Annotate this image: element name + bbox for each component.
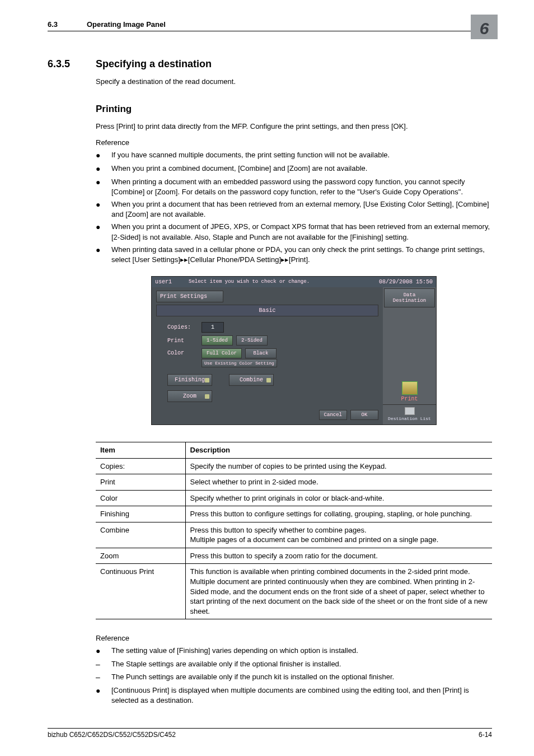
list-item-text: [Continuous Print] is displayed when mul… — [111, 685, 492, 706]
ss-data-destination-tab[interactable]: Data Destination — [384, 288, 435, 307]
ss-fullcolor-button[interactable]: Full Color — [202, 348, 242, 358]
list-item-text: The Staple settings are available only i… — [111, 659, 492, 670]
table-row: PrintSelect whether to print in 2-sided … — [96, 474, 492, 491]
ss-side-destination-list[interactable]: Destination List — [383, 404, 436, 424]
table-cell-desc: Specify whether to print originals in co… — [185, 490, 492, 506]
header-section-number: 6.3 — [48, 20, 87, 29]
table-row: Continuous PrintThis function is availab… — [96, 564, 492, 619]
table-cell-item: Color — [96, 490, 185, 506]
table-cell-item: Combine — [96, 522, 185, 548]
ss-copies-value[interactable]: 1 — [202, 322, 224, 333]
bullet-icon: ● — [96, 646, 111, 657]
bullet-text: When you print a document that has been … — [111, 199, 492, 220]
bullet-icon: ● — [96, 150, 111, 161]
ss-finishing-button[interactable]: Finishing — [167, 374, 212, 386]
chapter-badge: 6 — [471, 15, 498, 39]
bullet-icon: ● — [96, 245, 111, 265]
bullet-text: When you print a document of JPEG, XPS, … — [111, 222, 492, 242]
section-intro: Specify a destination of the read docume… — [96, 77, 492, 87]
ss-ok-button[interactable]: OK — [350, 410, 378, 420]
ss-destlist-label: Destination List — [384, 416, 435, 421]
page-footer: bizhub C652/C652DS/C552/C552DS/C452 6-14 — [48, 728, 492, 739]
settings-table: Item Description Copies:Specify the numb… — [96, 442, 492, 619]
table-row: ColorSpecify whether to print originals … — [96, 490, 492, 506]
list-item: ●[Continuous Print] is displayed when mu… — [96, 685, 492, 706]
table-row: Copies:Specify the number of copies to b… — [96, 458, 492, 474]
chapter-number: 6 — [480, 19, 489, 38]
print-icon — [402, 381, 418, 395]
bullet-icon: ● — [96, 199, 111, 220]
ss-black-button[interactable]: Black — [245, 348, 277, 358]
ss-user-label: user1 — [155, 279, 189, 285]
bullet-text: When you print a combined document, [Com… — [111, 164, 492, 175]
ss-datetime: 08/29/2008 15:50 — [379, 279, 433, 285]
table-cell-desc: This function is available when printing… — [185, 564, 492, 619]
ss-use-existing-button[interactable]: Use Existing Color Setting — [202, 359, 277, 367]
section-title: Specifying a destination — [96, 58, 212, 70]
table-cell-item: Print — [96, 474, 185, 491]
table-cell-item: Zoom — [96, 548, 185, 564]
bullet-text: When printing data saved in a cellular p… — [111, 245, 492, 265]
reference2-label: Reference — [96, 634, 492, 642]
ss-basic-bar: Basic — [156, 305, 378, 316]
table-head-desc: Description — [185, 442, 492, 459]
ss-2sided-button[interactable]: 2-Sided — [236, 335, 268, 346]
reference-label: Reference — [96, 138, 492, 147]
dash-icon: – — [96, 672, 111, 683]
printing-heading: Printing — [96, 104, 492, 115]
printing-bullets: ●If you have scanned multiple documents,… — [96, 150, 492, 265]
footer-model: bizhub C652/C652DS/C552/C552DS/C452 — [48, 731, 176, 739]
bullet-icon: ● — [96, 222, 111, 242]
table-cell-desc: Press this button to specify a zoom rati… — [185, 548, 492, 564]
bullet-text: When printing a document with an embedde… — [111, 177, 492, 197]
page-header: 6.3 Operating Image Panel 6 — [48, 20, 492, 31]
bullet-text: If you have scanned multiple documents, … — [111, 150, 492, 161]
table-cell-desc: Select whether to print in 2-sided mode. — [185, 474, 492, 491]
table-row: CombinePress this button to specify whet… — [96, 522, 492, 548]
table-head-item: Item — [96, 442, 185, 459]
table-cell-item: Continuous Print — [96, 564, 185, 619]
dash-icon: – — [96, 659, 111, 670]
printing-paragraph: Press [Print] to print data directly fro… — [96, 122, 492, 132]
ss-label-color: Color — [167, 348, 198, 356]
list-item: –The Punch settings are available only i… — [96, 672, 492, 683]
ss-label-copies: Copies: — [167, 324, 198, 330]
bullet-icon: ● — [96, 164, 111, 175]
ss-side-print[interactable]: Print — [383, 379, 436, 404]
ss-instruction: Select item you wish to check or change. — [189, 279, 379, 285]
table-row: ZoomPress this button to specify a zoom … — [96, 548, 492, 564]
section-number: 6.3.5 — [48, 58, 96, 70]
table-row: FinishingPress this button to configure … — [96, 506, 492, 522]
ss-cancel-button[interactable]: Cancel — [319, 410, 347, 420]
list-item-text: The Punch settings are available only if… — [111, 672, 492, 683]
header-section-title: Operating Image Panel — [87, 20, 166, 29]
table-cell-item: Finishing — [96, 506, 185, 522]
ss-tab-print-settings[interactable]: Print Settings — [156, 291, 223, 302]
list-item: ●The setting value of [Finishing] varies… — [96, 646, 492, 657]
list-item: –The Staple settings are available only … — [96, 659, 492, 670]
ss-combine-button[interactable]: Combine — [229, 374, 274, 386]
ss-zoom-button[interactable]: Zoom — [167, 390, 212, 402]
table-cell-item: Copies: — [96, 458, 185, 474]
bullet-icon: ● — [96, 177, 111, 197]
ss-label-print: Print — [167, 338, 198, 344]
list-item-text: The setting value of [Finishing] varies … — [111, 646, 492, 657]
ss-1sided-button[interactable]: 1-Sided — [202, 335, 233, 346]
footer-page-number: 6-14 — [479, 731, 492, 739]
section-heading: 6.3.5 Specifying a destination — [48, 58, 492, 70]
table-cell-desc: Press this button to specify whether to … — [185, 522, 492, 548]
table-cell-desc: Press this button to configure settings … — [185, 506, 492, 522]
device-screenshot: user1 Select item you wish to check or c… — [151, 276, 437, 425]
bullet-icon: ● — [96, 685, 111, 706]
table-cell-desc: Specify the number of copies to be print… — [185, 458, 492, 474]
destination-list-icon — [405, 407, 415, 415]
reference2-list: ●The setting value of [Finishing] varies… — [96, 646, 492, 706]
ss-print-label: Print — [385, 396, 434, 402]
